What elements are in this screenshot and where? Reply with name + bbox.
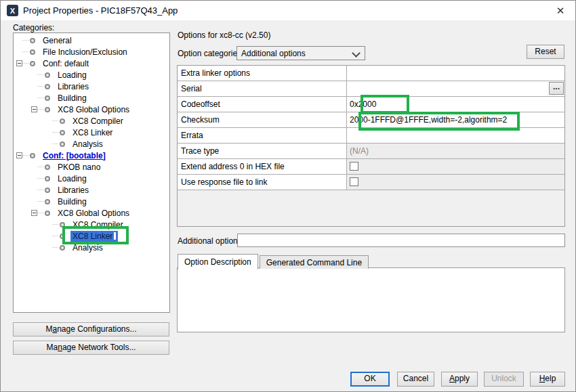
manage-configurations-button[interactable]: Manage Configurations...	[13, 322, 169, 336]
property-name: Serial	[178, 81, 347, 96]
tree-item-libraries[interactable]: Libraries	[14, 184, 169, 196]
tree-connector-line	[52, 132, 58, 133]
category-node-icon	[60, 245, 65, 251]
title-bar: X Project Properties - PIC18F57Q43_App ✕	[1, 1, 575, 20]
tree-item-file-inclusion-exclusion[interactable]: File Inclusion/Exclusion	[14, 46, 169, 58]
tree-collapse-icon[interactable]	[31, 210, 37, 216]
tab-generated-command-line[interactable]: Generated Command Line	[260, 255, 369, 269]
category-node-icon	[60, 222, 65, 227]
property-row-codeoffset: Codeoffset0x2000	[178, 97, 564, 112]
serial-value[interactable]: ...	[347, 81, 564, 96]
chevron-down-icon	[352, 49, 361, 58]
cancel-button[interactable]: Cancel	[397, 372, 434, 387]
extra-linker-options-value[interactable]	[347, 66, 564, 81]
project-properties-dialog: X Project Properties - PIC18F57Q43_App ✕…	[0, 0, 576, 392]
option-categories-select[interactable]: Additional options	[236, 46, 365, 60]
option-description-panel	[177, 267, 565, 332]
tree-item-analysis[interactable]: Analysis	[14, 242, 169, 253]
tree-item-building[interactable]: Building	[14, 92, 169, 104]
tree-connector-line	[37, 74, 43, 75]
additional-options-input[interactable]	[237, 234, 565, 247]
tree-connector-line	[37, 97, 43, 98]
unlock-button: Unlock	[484, 372, 524, 387]
tree-item-loading[interactable]: Loading	[14, 69, 169, 81]
ok-button[interactable]: OK	[350, 372, 390, 387]
property-name: Extend address 0 in HEX file	[178, 159, 347, 174]
tree-collapse-icon[interactable]	[16, 60, 22, 66]
trace-type-value: (N/A)	[347, 144, 564, 158]
description-tabs: Option DescriptionGenerated Command Line	[178, 253, 370, 269]
reset-button[interactable]: Reset	[527, 45, 564, 59]
codeoffset-value[interactable]: 0x2000	[347, 97, 564, 112]
serial-browse-button[interactable]: ...	[549, 82, 564, 95]
tree-item-loading[interactable]: Loading	[14, 173, 169, 184]
option-categories-selected-value: Additional options	[241, 49, 306, 58]
tree-connector-line	[37, 178, 43, 179]
tree-item-libraries[interactable]: Libraries	[14, 81, 169, 92]
tree-item-label: Conf: default	[41, 58, 91, 69]
additional-options-label: Additional options:	[178, 236, 244, 246]
tree-item-label: PKOB nano	[56, 162, 102, 173]
tree-item-label: General	[41, 35, 74, 46]
property-row-extra-linker-options: Extra linker options	[178, 66, 564, 81]
tree-item-label: XC8 Compiler	[70, 116, 125, 127]
tree-item-label: Analysis	[70, 139, 105, 150]
category-node-icon	[60, 118, 65, 124]
tree-item-xc8-global-options[interactable]: XC8 Global Options	[14, 104, 169, 115]
extend-address-0-in-hex-file-value	[347, 159, 564, 174]
category-node-icon	[60, 234, 65, 239]
tree-item-xc8-compiler[interactable]: XC8 Compiler	[14, 115, 169, 127]
manage-network-tools-button[interactable]: Manage Network Tools...	[13, 341, 169, 355]
tree-connector-line	[37, 201, 43, 202]
tree-item-label: Loading	[56, 173, 89, 184]
option-categories-label: Option categories:	[178, 49, 243, 58]
tree-item-conf-bootable[interactable]: Conf: [bootable]	[14, 150, 169, 161]
extend-address-0-in-hex-file-checkbox[interactable]	[350, 162, 358, 171]
tree-item-building[interactable]: Building	[14, 196, 169, 207]
property-row-extend-address-0-in-hex-file: Extend address 0 in HEX file	[178, 159, 564, 175]
category-node-icon	[45, 199, 50, 204]
property-row-errata: Errata	[178, 128, 564, 144]
tree-item-general[interactable]: General	[14, 35, 169, 46]
use-response-file-to-link-value	[347, 175, 564, 190]
categories-tree: GeneralFile Inclusion/ExclusionConf: def…	[13, 32, 170, 313]
use-response-file-to-link-checkbox[interactable]	[350, 177, 358, 186]
tree-item-label: File Inclusion/Exclusion	[41, 47, 129, 58]
apply-button[interactable]: Apply	[441, 372, 478, 387]
property-row-trace-type: Trace type(N/A)	[178, 144, 564, 159]
tree-item-label: Loading	[56, 70, 89, 81]
categories-label: Categories:	[13, 23, 54, 32]
category-node-icon	[45, 176, 50, 181]
property-name: Errata	[178, 128, 347, 143]
tree-item-pkob-nano[interactable]: PKOB nano	[14, 161, 169, 173]
errata-value[interactable]	[347, 128, 564, 143]
help-button[interactable]: Help	[530, 372, 565, 387]
tree-collapse-icon[interactable]	[31, 106, 37, 112]
tab-option-description[interactable]: Option Description	[178, 254, 258, 269]
category-node-icon	[60, 141, 65, 147]
tree-connector-line	[37, 213, 43, 213]
tree-connector-line	[22, 63, 28, 64]
close-icon[interactable]: ✕	[554, 5, 567, 17]
tree-item-label: Analysis	[70, 242, 105, 253]
window-title: Project Properties - PIC18F57Q43_App	[23, 5, 178, 16]
tree-connector-line	[52, 247, 58, 248]
property-name: Use response file to link	[178, 175, 347, 190]
tree-item-conf-default[interactable]: Conf: default	[14, 58, 169, 69]
tree-item-analysis[interactable]: Analysis	[14, 138, 169, 150]
tree-connector-line	[22, 155, 28, 156]
tree-item-xc8-compiler[interactable]: XC8 Compiler	[14, 219, 169, 230]
tree-item-xc8-global-options[interactable]: XC8 Global Options	[14, 207, 169, 219]
category-node-icon	[30, 38, 35, 43]
tree-collapse-icon[interactable]	[16, 152, 22, 158]
tree-item-label: XC8 Compiler	[70, 219, 125, 230]
tree-item-xc8-linker[interactable]: XC8 Linker	[14, 127, 169, 138]
tree-item-label: Building	[56, 93, 89, 104]
category-node-icon	[45, 211, 50, 216]
tree-item-xc8-linker[interactable]: XC8 Linker	[14, 230, 169, 242]
tree-connector-line	[37, 109, 43, 110]
property-name: Extra linker options	[178, 66, 347, 81]
property-row-checksum: Checksum2000-1FFFD@1FFFE,width=-2,algori…	[178, 112, 564, 128]
checksum-value[interactable]: 2000-1FFFD@1FFFE,width=-2,algorithm=2	[347, 112, 564, 127]
property-row-serial: Serial...	[178, 81, 564, 97]
